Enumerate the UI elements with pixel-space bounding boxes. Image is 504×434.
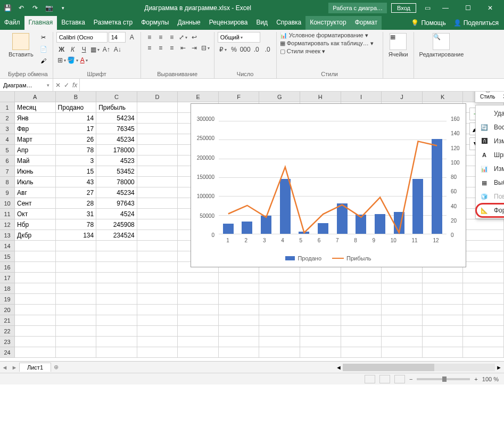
cell[interactable] (178, 347, 219, 358)
row-header[interactable]: 18 (0, 283, 15, 294)
cell[interactable]: Июль (15, 177, 56, 187)
sheet-tab-1[interactable]: Лист1 (19, 363, 51, 372)
cell[interactable] (137, 166, 178, 177)
row-header[interactable]: 13 (0, 230, 15, 241)
row-header[interactable]: 17 (0, 273, 15, 283)
cell[interactable]: Месяц (15, 102, 56, 113)
borders-dd[interactable]: ⊞ (56, 55, 67, 65)
new-sheet-button[interactable]: ⊕ (51, 364, 61, 371)
cell[interactable] (259, 347, 300, 358)
tab-help[interactable]: Справка (272, 16, 305, 30)
font-size-combo[interactable]: 14 (109, 32, 126, 43)
row-header[interactable]: 2 (0, 113, 15, 124)
cell[interactable]: 27 (56, 187, 97, 198)
ctx-select-data[interactable]: ▦Выбрать данные… (476, 176, 504, 190)
italic-button[interactable]: К (68, 44, 78, 55)
cell[interactable] (137, 283, 178, 294)
cell[interactable] (178, 305, 219, 315)
cell[interactable]: 54234 (96, 113, 137, 124)
cell[interactable] (56, 273, 97, 283)
cell[interactable] (137, 315, 178, 326)
cell[interactable] (137, 209, 178, 219)
cell[interactable] (137, 102, 178, 113)
cell[interactable] (15, 347, 56, 358)
cell[interactable] (137, 262, 178, 273)
cell[interactable] (96, 347, 137, 358)
cell[interactable] (137, 251, 178, 262)
zoom-slider[interactable] (417, 378, 470, 380)
cell[interactable]: Фвр (15, 124, 56, 134)
cell[interactable] (15, 294, 56, 305)
tab-insert[interactable]: Вставка (57, 16, 89, 30)
cell[interactable] (463, 283, 504, 294)
cell[interactable] (423, 326, 464, 337)
cell[interactable] (15, 305, 56, 315)
row-header[interactable]: 14 (0, 241, 15, 251)
cell[interactable]: Авг (15, 187, 56, 198)
cell[interactable] (96, 315, 137, 326)
cells-button[interactable]: ▦ Ячейки (386, 32, 410, 59)
row-header[interactable]: 24 (0, 347, 15, 358)
cell[interactable]: 234524 (96, 230, 137, 241)
ribbon-options-icon[interactable]: ▭ (425, 4, 431, 12)
cell[interactable]: Янв (15, 113, 56, 124)
cell[interactable]: 26 (56, 134, 97, 145)
cell[interactable]: 3 (56, 155, 97, 166)
cell[interactable] (96, 283, 137, 294)
paste-button[interactable]: Вставить (6, 32, 36, 59)
cell[interactable]: 78000 (96, 177, 137, 187)
cell[interactable] (300, 283, 341, 294)
page-layout-view-button[interactable] (379, 375, 390, 383)
cell[interactable]: Апр (15, 145, 56, 155)
cell[interactable] (463, 219, 504, 230)
cell[interactable]: 245908 (96, 219, 137, 230)
normal-view-button[interactable] (365, 375, 375, 383)
tab-chart-format[interactable]: Формат (351, 16, 382, 30)
cell[interactable] (341, 283, 382, 294)
column-header[interactable]: F (219, 92, 260, 102)
align-top[interactable]: ≡ (144, 32, 155, 43)
cell[interactable] (137, 177, 178, 187)
row-header[interactable]: 22 (0, 326, 15, 337)
plot-area[interactable] (219, 121, 447, 234)
cell[interactable] (137, 134, 178, 145)
cell[interactable] (341, 347, 382, 358)
row-header[interactable]: 15 (0, 251, 15, 262)
enter-formula-icon[interactable]: ✓ (64, 81, 69, 89)
cell[interactable] (178, 337, 219, 347)
cell[interactable] (15, 283, 56, 294)
embedded-chart[interactable]: ▢Стиль 🪣Заливка ✎Контур Удалить 🔄Восстан… (191, 103, 466, 267)
cell[interactable] (463, 262, 504, 273)
row-header[interactable]: 20 (0, 305, 15, 315)
sheet-nav-prev[interactable]: ◄ (0, 364, 10, 371)
cell[interactable]: Дкбр (15, 230, 56, 241)
select-all-corner[interactable] (0, 92, 15, 102)
cell[interactable] (137, 124, 178, 134)
cell[interactable] (15, 241, 56, 251)
column-header[interactable]: D (137, 92, 178, 102)
cell[interactable] (56, 347, 97, 358)
cell[interactable] (341, 326, 382, 337)
cell[interactable] (137, 347, 178, 358)
cell[interactable] (96, 294, 137, 305)
page-break-view-button[interactable] (394, 375, 405, 383)
align-right[interactable]: ≡ (167, 43, 177, 53)
cell[interactable] (96, 337, 137, 347)
row-header[interactable]: 12 (0, 219, 15, 230)
zoom-level[interactable]: 100 % (482, 376, 499, 382)
line-series[interactable] (219, 121, 447, 234)
cell[interactable]: 4523 (96, 155, 137, 166)
cell[interactable] (463, 315, 504, 326)
tab-chart-design[interactable]: Конструктор (305, 16, 350, 30)
merge[interactable]: ⊟ (200, 43, 211, 53)
cell[interactable]: Нбр (15, 219, 56, 230)
percent-button[interactable]: % (229, 44, 239, 55)
cell[interactable]: Прибыль (96, 102, 137, 113)
cell[interactable] (15, 273, 56, 283)
tell-me[interactable]: 💡 Помощь (411, 19, 445, 27)
cell[interactable] (137, 326, 178, 337)
shrink-font-icon[interactable]: A↓ (112, 44, 123, 55)
cell[interactable] (300, 347, 341, 358)
conditional-formatting[interactable]: 📊 Условное форматирование ▾ (280, 32, 379, 39)
cell[interactable]: 28 (56, 198, 97, 209)
